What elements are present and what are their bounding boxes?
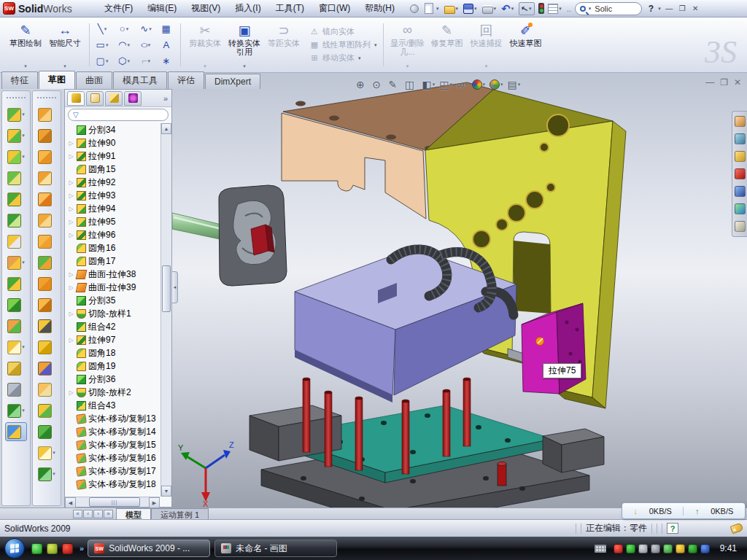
panel-splitter-handle[interactable]: ◂ [172, 271, 178, 303]
tray-icon[interactable] [663, 544, 673, 553]
command-tab[interactable]: 草图 [39, 71, 75, 89]
feature-tree-item[interactable]: ▷ 实体-移动/复制15 [68, 438, 160, 451]
model-clamp-unit[interactable] [172, 185, 287, 286]
toolbar-button[interactable]: ▾ [38, 253, 55, 272]
tray-icon[interactable] [676, 544, 685, 553]
toolbar-button[interactable]: ▾ [7, 105, 25, 124]
feature-tree-item[interactable]: ▷ 曲面-拉伸39 [68, 281, 160, 294]
expand-arrow-icon[interactable]: ▷ [68, 140, 74, 147]
sketch-entity-button[interactable]: ╲ ▾ [91, 21, 113, 37]
restore-button[interactable]: ❐ [676, 3, 689, 14]
taskbar-window-button[interactable]: SW SolidWorks 2009 - ... [88, 540, 210, 557]
configurationmanager-tab[interactable] [105, 91, 123, 106]
toolbar-button[interactable]: ▾ [38, 295, 55, 314]
feature-tree-item[interactable]: ▷ 分割36 [68, 373, 160, 386]
taskbar-window-button[interactable]: 未命名 - 画图 [214, 540, 337, 557]
display-delete-relations-button[interactable]: ∞ 显示/删除几... ▾ [388, 20, 427, 71]
network-speed-widget[interactable]: ↓ 0KB/S ↑ 0KB/S [622, 502, 746, 519]
print-icon[interactable] [482, 7, 493, 14]
hud-button[interactable]: ⊙ ▾ [372, 79, 384, 90]
toolbar-button[interactable]: ▾ [7, 274, 25, 293]
expand-arrow-icon[interactable]: ▷ [68, 311, 74, 317]
feature-tree-item[interactable]: ▷ 圆角18 [68, 346, 160, 359]
filter-input[interactable]: ▽ [68, 109, 169, 121]
expand-arrow-icon[interactable]: ▷ [68, 153, 74, 160]
toolbar-button[interactable]: ▾ [38, 168, 55, 187]
toolbar-button[interactable]: ▾ [38, 147, 55, 166]
task-pane-tab[interactable] [735, 168, 746, 179]
expand-arrow-icon[interactable]: ▷ [68, 206, 74, 212]
featuremanager-tab[interactable] [67, 91, 85, 106]
quick-launch-icon[interactable] [47, 543, 58, 554]
feature-tree-item[interactable]: ▷ 圆角16 [68, 241, 160, 254]
expand-arrow-icon[interactable]: ▷ [68, 284, 74, 291]
task-pane-tab[interactable] [735, 203, 746, 214]
feature-tree-item[interactable]: ▷ 圆角17 [68, 254, 160, 268]
hud-dropdown-icon[interactable]: ▾ [518, 82, 521, 88]
menu-item[interactable]: 工具(T) [269, 0, 311, 17]
toolbar-dropdown-icon[interactable]: ▾ [22, 408, 25, 413]
hud-button[interactable]: ◧ ▾ [422, 79, 436, 90]
feature-tree-item[interactable]: ▷ 实体-移动/复制13 [68, 412, 160, 425]
feature-tree-item[interactable]: ▷ 切除-放样1 [68, 307, 160, 320]
toolbar-button[interactable]: ▾ [38, 126, 55, 145]
scroll-down-icon[interactable]: ▼ [161, 486, 171, 497]
feature-tree-item[interactable]: ▷ 分割34 [68, 123, 160, 136]
hud-dropdown-icon[interactable]: ▾ [483, 82, 486, 88]
feature-tree-item[interactable]: ▷ 拉伸93 [68, 189, 160, 202]
toolbar-button[interactable]: ▾ [7, 380, 25, 399]
menu-item[interactable]: 插入(I) [228, 0, 267, 17]
toolbar-button[interactable]: ▾ [38, 316, 55, 335]
expand-arrow-icon[interactable]: ▷ [68, 337, 74, 343]
feature-tree-item[interactable]: ▷ 切除-放样2 [68, 386, 160, 399]
feature-tree-item[interactable]: ▷ 曲面-拉伸38 [68, 268, 160, 281]
command-tab[interactable]: 模具工具 [113, 71, 167, 89]
help-button[interactable]: ? [646, 4, 657, 14]
menu-item[interactable]: 编辑(E) [141, 0, 183, 17]
new-file-icon[interactable] [425, 3, 433, 14]
print-dropdown-icon[interactable]: ▾ [494, 6, 497, 12]
feature-tree-item[interactable]: ▷ 拉伸97 [68, 333, 160, 346]
offset-entities-button[interactable]: ⊃ 等距实体 [264, 20, 303, 71]
toolbar-button[interactable]: ▾ [5, 422, 27, 441]
search-input[interactable]: Solic [595, 4, 612, 13]
tab-prev-icon[interactable]: ‹ [83, 510, 93, 518]
save-icon[interactable] [463, 4, 473, 14]
scroll-right-icon[interactable]: ▶ [149, 497, 160, 508]
keyboard-layout-icon[interactable] [595, 545, 606, 553]
toolbar-button[interactable]: ▾ [38, 338, 55, 357]
pattern-dropdown-icon[interactable]: ▾ [374, 42, 377, 48]
convert-entities-button[interactable]: ▣ 转换实体引用 ▾ [225, 20, 264, 71]
menu-item[interactable]: 窗口(W) [312, 0, 357, 17]
sketch-button[interactable]: ✎ 草图绘制 ▾ [6, 20, 45, 71]
expand-arrow-icon[interactable]: ▷ [68, 232, 74, 238]
mirror-entities-button[interactable]: ⚠镜向实体 [309, 26, 379, 37]
scroll-thumb[interactable] [162, 265, 171, 312]
sketch-entity-button[interactable]: ◠ ▾ [113, 37, 135, 53]
quick-launch-icon[interactable] [31, 543, 42, 554]
select-dropdown-icon[interactable]: ▾ [529, 6, 532, 12]
toolbar-button[interactable]: ▾ [38, 401, 55, 420]
tag-icon[interactable] [730, 523, 744, 534]
entity-dropdown-icon[interactable]: ▾ [106, 42, 109, 48]
trim-entities-button[interactable]: ✂ 剪裁实体 ▾ [185, 20, 225, 71]
tab-last-icon[interactable]: » [104, 510, 113, 518]
save-dropdown-icon[interactable]: ▾ [474, 6, 477, 12]
feature-tree-item[interactable]: ▷ 拉伸92 [68, 176, 160, 189]
menu-item[interactable]: 文件(F) [98, 0, 139, 17]
quick-launch-more-icon[interactable]: » [80, 544, 84, 553]
pin-icon[interactable] [410, 4, 419, 13]
smart-dimension-dropdown-icon[interactable]: ▾ [63, 63, 66, 69]
rapid-sketch-button[interactable]: ✐ 快速草图 [506, 20, 546, 71]
toolbar-button[interactable]: ▾ [7, 190, 25, 209]
move-entities-button[interactable]: ⊞移动实体▾ [309, 52, 379, 63]
toolbar-dropdown-icon[interactable]: ▾ [22, 133, 25, 139]
rebuild-icon[interactable] [538, 3, 544, 14]
toolbar-button[interactable]: ▾ [38, 190, 55, 209]
toolbar-button[interactable]: ▾ [38, 211, 55, 230]
model-magenta-insert[interactable] [522, 303, 586, 394]
menu-item[interactable]: 帮助(H) [358, 0, 401, 17]
task-pane-tab[interactable] [735, 133, 746, 144]
options-icon[interactable] [548, 4, 558, 14]
close-button[interactable]: ✕ [689, 3, 702, 14]
